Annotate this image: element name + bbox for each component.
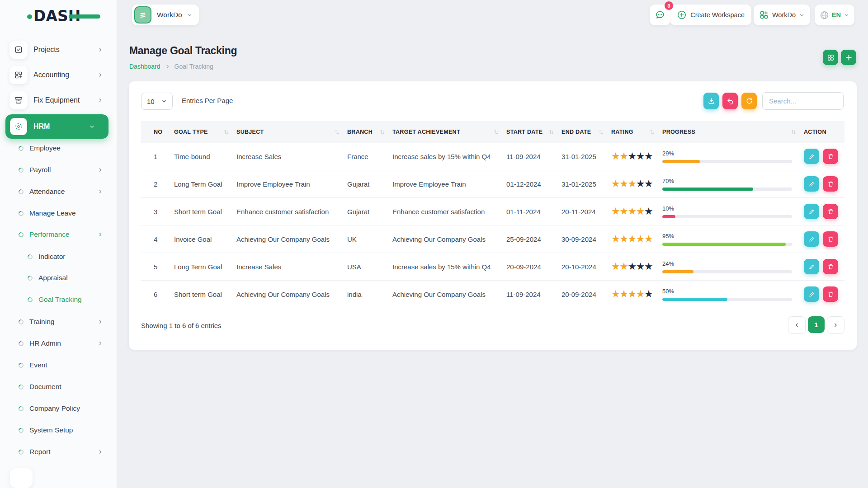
sidebar-item-hr-admin[interactable]: HR Admin	[0, 337, 117, 350]
sidebar-item-performance[interactable]: Performance	[0, 228, 117, 241]
edit-button[interactable]	[804, 149, 819, 164]
rating-stars: ★★★★★	[611, 289, 662, 299]
breadcrumb: Dashboard Goal Tracking	[129, 63, 213, 70]
cell-target: Achieving Our Company Goals	[392, 235, 506, 243]
column-header-rating[interactable]: RATING	[611, 129, 662, 135]
workspace-selector[interactable]: WorkDo	[132, 5, 199, 25]
column-header-branch[interactable]: BRANCH	[347, 129, 392, 135]
cell-no: 3	[141, 208, 174, 216]
delete-button[interactable]	[823, 286, 838, 302]
column-header-goal-type[interactable]: GOAL TYPE	[174, 129, 236, 135]
pencil-icon	[808, 181, 815, 188]
progress-bar	[662, 188, 792, 191]
delete-button[interactable]	[823, 204, 838, 219]
messages-button[interactable]: 0	[650, 5, 670, 25]
refresh-icon	[745, 97, 753, 105]
entries-per-page-select[interactable]: 10	[141, 93, 173, 110]
workspace-grid-icon	[759, 10, 769, 20]
edit-button[interactable]	[804, 286, 819, 302]
export-button[interactable]	[703, 93, 719, 109]
cell-end-date: 31-01-2025	[561, 153, 611, 160]
pencil-icon	[808, 153, 815, 160]
bullet-icon	[18, 210, 25, 217]
sidebar-item-appraisal[interactable]: Appraisal	[0, 271, 117, 285]
edit-button[interactable]	[804, 231, 819, 247]
archive-icon	[9, 91, 28, 109]
next-page-button[interactable]	[827, 316, 844, 334]
cell-branch: Gujarat	[347, 180, 392, 188]
progress-bar	[662, 160, 792, 163]
trash-icon	[827, 153, 834, 160]
sidebar-item-report[interactable]: Report	[0, 445, 117, 459]
cell-target: Increase sales by 15% within Q4	[392, 153, 506, 160]
sidebar-item-employee[interactable]: Employee	[0, 141, 117, 155]
delete-button[interactable]	[823, 231, 838, 247]
edit-button[interactable]	[804, 204, 819, 219]
column-header-target-achievement[interactable]: TARGET ACHIEVEMENT	[392, 129, 506, 135]
workspace-menu[interactable]: WorkDo	[754, 5, 810, 25]
goal-row-5: 5Long Term GoalIncrease SalesUSAIncrease…	[141, 253, 844, 281]
grid-view-button[interactable]	[823, 50, 838, 65]
column-header-end-date[interactable]: END DATE	[561, 129, 611, 135]
sidebar-item-document[interactable]: Document	[0, 380, 117, 394]
delete-button[interactable]	[823, 259, 838, 274]
cell-progress: 50%	[662, 288, 804, 301]
cell-action	[804, 204, 844, 219]
sidebar-item-payroll[interactable]: Payroll	[0, 163, 117, 177]
sidebar-item-fix-equipment[interactable]: Fix Equipment	[0, 89, 117, 111]
tasks-icon	[9, 41, 28, 59]
previous-page-button[interactable]	[788, 316, 806, 334]
cell-progress: 29%	[662, 150, 804, 163]
sidebar-item-company-policy[interactable]: Company Policy	[0, 402, 117, 415]
sidebar-item-system-setup[interactable]: System Setup	[0, 423, 117, 437]
sidebar-item-manage-leave[interactable]: Manage Leave	[0, 206, 117, 220]
add-goal-button[interactable]	[841, 50, 856, 65]
cell-target: Achieving Our Company Goals	[392, 291, 506, 298]
sidebar-item-goal-tracking[interactable]: Goal Tracking	[0, 293, 117, 306]
cell-end-date: 31-01-2025	[561, 180, 611, 188]
chevron-right-icon	[98, 232, 103, 237]
bullet-icon	[18, 145, 25, 152]
brand-logo[interactable]: DASH	[27, 7, 104, 27]
bullet-icon	[18, 188, 25, 195]
create-workspace-button[interactable]: Create Workspace	[670, 5, 751, 25]
refresh-button[interactable]	[741, 93, 757, 109]
chevron-right-icon	[98, 98, 103, 103]
sidebar-item-accounting[interactable]: Accounting	[0, 64, 117, 86]
grid-plus-icon	[9, 66, 28, 84]
column-header-no: NO	[141, 129, 174, 135]
search-input[interactable]	[762, 92, 844, 110]
grid-icon	[827, 54, 835, 61]
delete-button[interactable]	[823, 149, 838, 164]
bullet-icon	[18, 405, 25, 412]
undo-icon	[726, 97, 734, 105]
edit-button[interactable]	[804, 176, 819, 192]
breadcrumb-dashboard-link[interactable]: Dashboard	[129, 63, 160, 70]
sidebar-item-attendance[interactable]: Attendance	[0, 185, 117, 198]
sidebar-item-projects[interactable]: Projects	[0, 39, 117, 61]
page-1-button[interactable]: 1	[808, 316, 825, 333]
bullet-icon	[18, 383, 25, 390]
sidebar-item-training[interactable]: Training	[0, 315, 117, 328]
chevron-right-icon	[165, 64, 170, 69]
chevron-right-icon	[98, 341, 103, 346]
column-header-progress[interactable]: PROGRESS	[662, 129, 804, 135]
sidebar-item-hrm[interactable]: HRM	[5, 114, 108, 139]
language-selector[interactable]: EN	[815, 5, 854, 25]
cell-progress: 24%	[662, 260, 804, 273]
workspace-menu-label: WorkDo	[772, 11, 796, 19]
delete-button[interactable]	[823, 176, 838, 192]
sort-icon	[598, 129, 604, 135]
cell-start-date: 11-09-2024	[506, 153, 561, 160]
chat-badge: 0	[665, 1, 673, 10]
cell-target: Increase sales by 15% within Q4	[392, 263, 506, 271]
sidebar-item-event[interactable]: Event	[0, 358, 117, 372]
sidebar-item-indicator[interactable]: Indicator	[0, 250, 117, 263]
undo-button[interactable]	[722, 93, 738, 109]
edit-button[interactable]	[804, 259, 819, 274]
screen: DASH ProjectsAccountingFix EquipmentHRME…	[0, 0, 868, 488]
logo-bar-icon	[69, 14, 100, 19]
cell-start-date: 20-09-2024	[506, 263, 561, 271]
column-header-start-date[interactable]: START DATE	[506, 129, 561, 135]
column-header-subject[interactable]: SUBJECT	[236, 129, 347, 135]
